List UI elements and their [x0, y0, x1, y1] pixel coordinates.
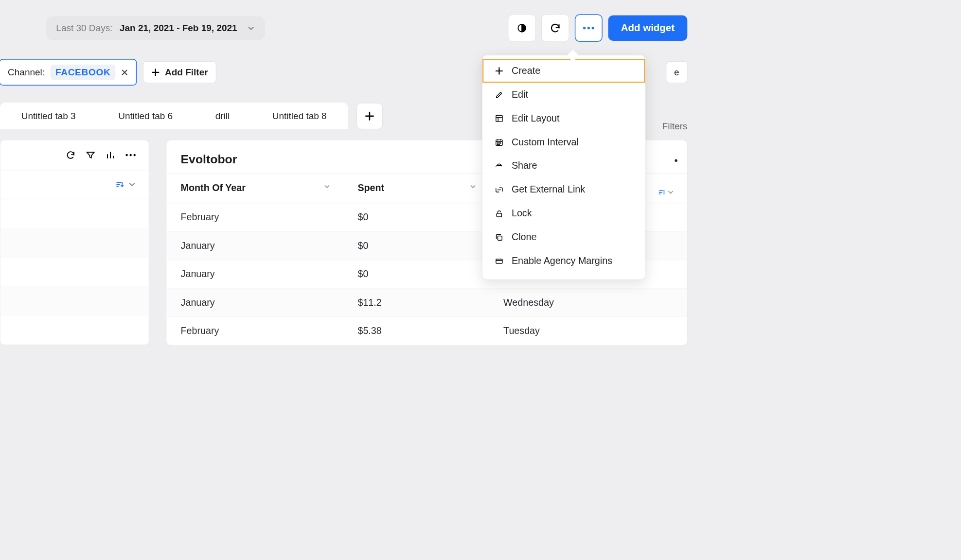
tab-drill[interactable]: drill [194, 103, 251, 129]
cell-month: January [166, 231, 343, 260]
menu-item-custom-interval[interactable]: Custom Interval [482, 130, 645, 154]
cell-spent: $0 [343, 231, 489, 260]
sort-column-icon [658, 188, 666, 196]
layout-icon [494, 114, 504, 123]
cell-spent: $11.2 [343, 288, 489, 316]
svg-point-11 [500, 142, 501, 143]
card-icon [494, 257, 504, 265]
cell-month: February [166, 317, 343, 345]
chevron-down-icon [247, 24, 255, 32]
remove-filter-icon[interactable] [121, 69, 128, 76]
contrast-toggle[interactable] [508, 14, 536, 42]
partial-right-chip[interactable]: e [666, 61, 687, 83]
menu-item-label: Custom Interval [512, 137, 579, 148]
tab-untitled-8[interactable]: Untitled tab 8 [251, 103, 348, 129]
filter-chip-label: Channel: [8, 67, 45, 78]
side-widget-rows [0, 199, 149, 345]
tab-untitled-6[interactable]: Untitled tab 6 [97, 103, 194, 129]
svg-rect-15 [498, 236, 502, 240]
svg-point-13 [499, 144, 499, 144]
svg-point-6 [133, 154, 135, 156]
menu-item-label: Get External Link [512, 184, 585, 195]
svg-point-3 [592, 27, 594, 29]
menu-item-edit[interactable]: Edit [482, 83, 645, 106]
refresh-icon [550, 22, 561, 34]
column-header-month[interactable]: Month Of Year [166, 174, 343, 203]
menu-item-label: Lock [512, 208, 532, 219]
add-widget-button[interactable]: Add widget [608, 15, 688, 41]
plus-icon [494, 67, 504, 75]
table-row[interactable]: February$5.38Tuesday [166, 317, 687, 345]
menu-item-clone[interactable]: Clone [482, 226, 645, 249]
clone-icon [494, 233, 504, 242]
date-range-label: Last 30 Days: [56, 22, 112, 34]
chevron-down-icon [323, 183, 331, 190]
cell-spent: $0 [343, 203, 489, 231]
svg-point-12 [498, 144, 498, 144]
plus-icon [151, 68, 160, 77]
menu-item-share[interactable]: Share [482, 154, 645, 178]
refresh-button[interactable] [541, 14, 569, 42]
menu-item-label: Edit [512, 89, 528, 100]
cell-extra: Wednesday [489, 288, 687, 316]
cell-month: February [166, 203, 343, 231]
more-menu-trigger[interactable] [575, 14, 603, 42]
svg-point-4 [125, 154, 127, 156]
svg-rect-16 [496, 259, 502, 263]
link-icon [494, 185, 504, 194]
add-filter-label: Add Filter [165, 67, 208, 78]
chevron-down-icon [667, 188, 675, 195]
cell-month: January [166, 260, 343, 288]
menu-item-edit-layout[interactable]: Edit Layout [482, 106, 645, 130]
side-widget [0, 140, 149, 346]
add-filter-button[interactable]: Add Filter [143, 61, 216, 83]
menu-item-label: Share [512, 160, 537, 172]
cell-spent: $5.38 [343, 317, 489, 345]
date-range-picker[interactable]: Last 30 Days: Jan 21, 2021 - Feb 19, 202… [46, 16, 265, 40]
share-icon [494, 162, 504, 171]
chevron-down-icon [469, 183, 477, 190]
svg-point-9 [498, 142, 498, 143]
table-row[interactable]: January$11.2Wednesday [166, 288, 687, 316]
lock-icon [494, 209, 504, 218]
dots-horizontal-icon [583, 26, 595, 30]
dots-horizontal-icon[interactable] [125, 153, 136, 157]
more-menu: CreateEditEdit LayoutCustom IntervalShar… [482, 55, 645, 280]
add-tab-button[interactable] [356, 103, 383, 129]
column-header-spent[interactable]: Spent [343, 174, 489, 203]
tab-untitled-3[interactable]: Untitled tab 3 [0, 103, 97, 129]
contrast-icon [516, 22, 528, 34]
filter-chip-channel[interactable]: Channel: FACEBOOK [0, 59, 137, 86]
menu-item-label: Create [512, 65, 540, 76]
bar-chart-icon[interactable] [106, 150, 115, 160]
menu-item-label: Enable Agency Margins [512, 256, 612, 267]
svg-point-1 [583, 27, 586, 29]
svg-point-2 [587, 27, 590, 29]
cell-month: January [166, 288, 343, 316]
menu-item-label: Clone [512, 232, 536, 243]
calendar-icon [494, 138, 504, 147]
svg-rect-7 [496, 115, 502, 122]
cell-extra: Tuesday [489, 317, 687, 345]
date-range-value: Jan 21, 2021 - Feb 19, 2021 [120, 22, 237, 34]
svg-point-5 [129, 154, 131, 156]
cell-spent: $0 [343, 260, 489, 288]
filter-chip-value: FACEBOOK [51, 65, 116, 80]
sort-control[interactable] [0, 170, 149, 199]
sort-icon [115, 180, 124, 189]
menu-item-enable-agency-margins[interactable]: Enable Agency Margins [482, 249, 645, 273]
widget-more-icon[interactable]: • [674, 155, 677, 166]
menu-item-create[interactable]: Create [482, 59, 645, 83]
menu-item-label: Edit Layout [512, 113, 560, 124]
svg-point-10 [499, 142, 499, 143]
svg-rect-14 [497, 213, 501, 216]
filters-label[interactable]: Filters [662, 121, 688, 132]
chevron-down-icon [128, 180, 136, 189]
filter-icon[interactable] [86, 150, 95, 160]
menu-item-get-external-link[interactable]: Get External Link [482, 178, 645, 202]
menu-item-lock[interactable]: Lock [482, 202, 645, 226]
pencil-icon [494, 90, 504, 99]
plus-icon [365, 111, 374, 121]
refresh-icon[interactable] [66, 150, 75, 160]
